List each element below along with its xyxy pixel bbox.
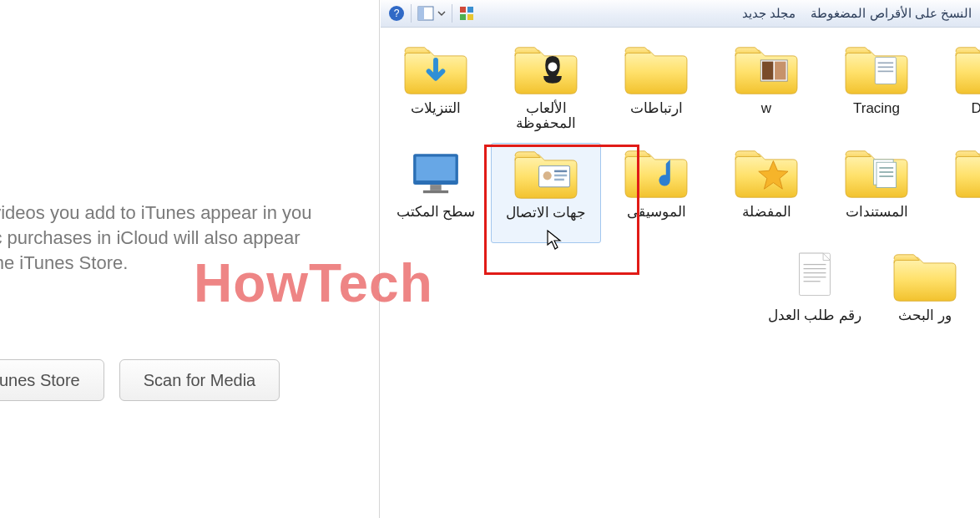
svg-rect-19 — [423, 190, 448, 193]
svg-rect-3 — [418, 7, 424, 20]
toolbar-new-folder[interactable]: مجلد جديد — [742, 6, 796, 21]
svg-rect-7 — [467, 14, 473, 20]
folder-tracing[interactable]: Tracing — [821, 39, 932, 140]
toolbar-burn-disc[interactable]: النسخ على الأقراص المضغوطة — [811, 6, 972, 21]
folder-label: w — [761, 101, 771, 116]
folder-search[interactable]: ور البحث — [870, 246, 980, 347]
folder-label: جهات الاتصال — [506, 206, 587, 221]
folder-drop[interactable]: Drop — [932, 39, 980, 140]
folder-cut[interactable] — [932, 143, 980, 243]
folder-games[interactable]: الألعاب المحفوظة — [491, 39, 601, 140]
folder-label: ور البحث — [898, 308, 952, 323]
svg-rect-6 — [460, 14, 466, 20]
itunes-store-button[interactable]: unes Store — [0, 359, 104, 401]
folder-contacts[interactable]: جهات الاتصال — [491, 143, 601, 243]
folder-label: سطح المكتب — [397, 205, 476, 220]
svg-rect-10 — [762, 62, 773, 80]
view-options-icon[interactable] — [457, 4, 476, 23]
folder-label: التنزيلات — [411, 101, 461, 116]
folder-label: المستندات — [846, 205, 908, 220]
folder-favorites[interactable]: المفضلة — [711, 143, 821, 243]
folder-downloads[interactable]: التنزيلات — [381, 39, 491, 140]
folder-documents[interactable]: المستندات — [821, 143, 932, 243]
folder-justice-request-number[interactable]: رقم طلب العدل — [760, 246, 870, 347]
svg-rect-22 — [554, 170, 567, 173]
folder-label: المفضلة — [742, 205, 791, 220]
itunes-panel: ic usic videos you add to iTunes appear … — [0, 0, 380, 518]
svg-rect-12 — [875, 58, 896, 84]
folder-label: رقم طلب العدل — [768, 308, 861, 323]
svg-rect-26 — [876, 162, 897, 187]
scan-for-media-button[interactable]: Scan for Media — [119, 359, 280, 401]
svg-rect-17 — [416, 157, 455, 181]
itunes-body-text: usic videos you add to iTunes appear in … — [0, 201, 380, 276]
svg-point-21 — [543, 171, 552, 180]
explorer-toolbar: ? — [381, 0, 980, 28]
chevron-down-icon[interactable] — [437, 4, 447, 23]
folder-label: ارتباطات — [630, 101, 683, 116]
folder-music[interactable]: الموسيقى — [601, 143, 711, 243]
svg-rect-4 — [460, 7, 466, 13]
explorer-window: ? — [381, 0, 980, 518]
svg-rect-18 — [430, 185, 441, 190]
svg-rect-23 — [554, 175, 567, 177]
folder-label: Tracing — [853, 101, 900, 116]
folder-label: الموسيقى — [627, 205, 686, 220]
folder-links[interactable]: ارتباطات — [601, 39, 711, 140]
svg-rect-24 — [554, 179, 564, 181]
folder-label: الألعاب المحفوظة — [496, 101, 596, 131]
folder-desktop[interactable]: سطح المكتب — [381, 143, 491, 243]
svg-text:?: ? — [394, 8, 400, 19]
svg-rect-5 — [467, 7, 473, 13]
preview-pane-icon[interactable] — [417, 4, 435, 23]
svg-point-8 — [548, 63, 558, 72]
svg-rect-11 — [775, 62, 786, 80]
folder-w[interactable]: w — [711, 39, 821, 140]
help-icon[interactable]: ? — [387, 4, 406, 23]
folder-label: Drop — [972, 101, 980, 116]
explorer-body[interactable]: التنزيلاتالألعاب المحفوظةارتباطاتwTracin… — [381, 28, 980, 518]
